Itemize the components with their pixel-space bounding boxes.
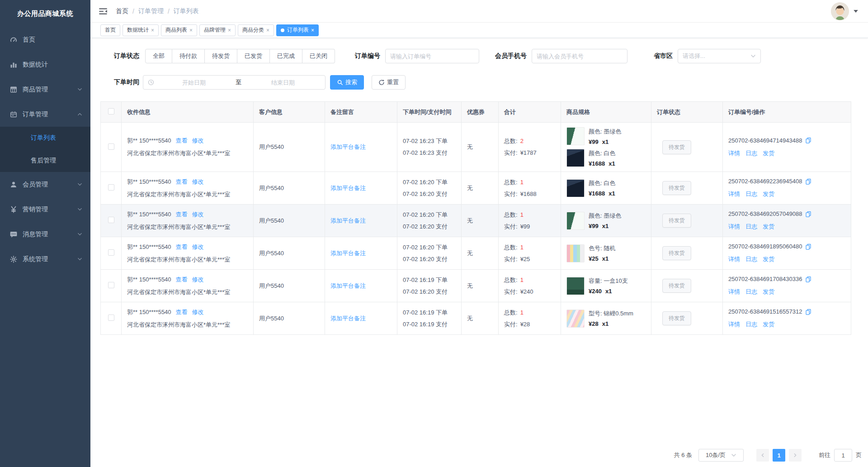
ship-link[interactable]: 发货 bbox=[763, 255, 774, 263]
copy-icon[interactable] bbox=[805, 243, 811, 250]
detail-link[interactable]: 详情 bbox=[728, 223, 740, 231]
add-remark-link[interactable]: 添加平台备注 bbox=[330, 217, 366, 224]
sidebar-item-statistics[interactable]: 数据统计 bbox=[0, 52, 90, 77]
recipient-name: 郭** 150****5540 bbox=[127, 243, 171, 251]
log-link[interactable]: 日志 bbox=[745, 255, 757, 263]
status-closed-button[interactable]: 已关闭 bbox=[302, 49, 335, 63]
detail-link[interactable]: 详情 bbox=[728, 190, 740, 198]
tab-brand-management[interactable]: 品牌管理× bbox=[199, 24, 236, 36]
detail-link[interactable]: 详情 bbox=[728, 149, 740, 157]
close-icon[interactable]: × bbox=[189, 28, 193, 33]
edit-address-link[interactable]: 修改 bbox=[192, 210, 204, 219]
edit-address-link[interactable]: 修改 bbox=[192, 137, 204, 145]
copy-icon[interactable] bbox=[805, 276, 811, 282]
row-checkbox[interactable] bbox=[108, 249, 114, 256]
breadcrumb-order-list: 订单列表 bbox=[174, 7, 199, 15]
view-address-link[interactable]: 查看 bbox=[176, 137, 188, 145]
sidebar-item-system[interactable]: 系统管理 bbox=[0, 247, 90, 272]
sidebar-item-after-sales[interactable]: 售后管理 bbox=[0, 149, 90, 172]
sidebar-item-order-list[interactable]: 订单列表 bbox=[0, 127, 90, 149]
count-label: 总数: bbox=[504, 244, 518, 251]
search-icon bbox=[337, 79, 343, 86]
order-time-range-picker[interactable]: 至 bbox=[143, 75, 326, 90]
tab-home[interactable]: 首页 bbox=[100, 24, 120, 36]
collapse-sidebar-icon[interactable] bbox=[99, 7, 108, 15]
status-pending-shipment-button[interactable]: 待发货 bbox=[205, 49, 237, 63]
sidebar-item-orders[interactable]: 订单管理 bbox=[0, 102, 90, 127]
order-no-input[interactable] bbox=[385, 49, 479, 63]
copy-icon[interactable] bbox=[805, 211, 811, 217]
close-icon[interactable]: × bbox=[228, 28, 231, 33]
close-icon[interactable]: × bbox=[311, 28, 314, 33]
view-address-link[interactable]: 查看 bbox=[176, 308, 188, 316]
ship-link[interactable]: 发货 bbox=[763, 190, 774, 198]
add-remark-link[interactable]: 添加平台备注 bbox=[330, 143, 366, 150]
next-page-button[interactable] bbox=[789, 449, 802, 462]
start-date-input[interactable] bbox=[154, 79, 234, 86]
add-remark-link[interactable]: 添加平台备注 bbox=[330, 250, 366, 257]
prev-page-button[interactable] bbox=[756, 449, 769, 462]
avatar-dropdown-caret-icon[interactable] bbox=[854, 10, 858, 13]
goto-page-input[interactable] bbox=[834, 449, 852, 462]
tab-order-list[interactable]: 订单列表× bbox=[276, 24, 319, 36]
select-all-checkbox[interactable] bbox=[108, 108, 114, 114]
tab-product-list[interactable]: 商品列表× bbox=[161, 24, 197, 36]
edit-address-link[interactable]: 修改 bbox=[192, 178, 204, 186]
close-icon[interactable]: × bbox=[151, 28, 154, 33]
sidebar-item-members[interactable]: 会员管理 bbox=[0, 172, 90, 197]
search-button[interactable]: 搜索 bbox=[330, 75, 364, 90]
row-checkbox[interactable] bbox=[108, 315, 114, 321]
row-checkbox[interactable] bbox=[108, 282, 114, 288]
sidebar-item-home[interactable]: 首页 bbox=[0, 27, 90, 52]
end-date-input[interactable] bbox=[243, 79, 323, 86]
detail-link[interactable]: 详情 bbox=[728, 288, 740, 296]
add-remark-link[interactable]: 添加平台备注 bbox=[330, 282, 366, 289]
row-checkbox[interactable] bbox=[108, 217, 114, 223]
region-select[interactable]: 请选择... bbox=[678, 49, 761, 63]
edit-address-link[interactable]: 修改 bbox=[192, 243, 204, 251]
log-link[interactable]: 日志 bbox=[745, 223, 757, 231]
detail-link[interactable]: 详情 bbox=[728, 320, 740, 329]
sidebar-item-marketing[interactable]: 营销管理 bbox=[0, 197, 90, 222]
sidebar-item-messages[interactable]: 消息管理 bbox=[0, 222, 90, 247]
paid-value: ¥240 bbox=[520, 288, 533, 295]
edit-address-link[interactable]: 修改 bbox=[192, 276, 204, 284]
detail-link[interactable]: 详情 bbox=[728, 255, 740, 263]
view-address-link[interactable]: 查看 bbox=[176, 276, 188, 284]
row-checkbox[interactable] bbox=[108, 143, 114, 150]
copy-icon[interactable] bbox=[805, 309, 811, 315]
add-remark-link[interactable]: 添加平台备注 bbox=[330, 315, 366, 322]
view-address-link[interactable]: 查看 bbox=[176, 178, 188, 186]
view-address-link[interactable]: 查看 bbox=[176, 243, 188, 251]
add-remark-link[interactable]: 添加平台备注 bbox=[330, 185, 366, 191]
edit-address-link[interactable]: 修改 bbox=[192, 308, 204, 316]
page-size-select[interactable]: 10条/页 bbox=[698, 449, 744, 462]
current-page-button[interactable]: 1 bbox=[773, 449, 785, 462]
status-pending-payment-button[interactable]: 待付款 bbox=[172, 49, 205, 63]
row-checkbox[interactable] bbox=[108, 184, 114, 191]
status-badge: 待发货 bbox=[662, 214, 691, 228]
copy-icon[interactable] bbox=[805, 178, 811, 185]
copy-icon[interactable] bbox=[805, 137, 811, 143]
status-all-button[interactable]: 全部 bbox=[145, 49, 172, 63]
breadcrumb-home[interactable]: 首页 bbox=[116, 7, 128, 15]
log-link[interactable]: 日志 bbox=[745, 288, 757, 296]
view-address-link[interactable]: 查看 bbox=[176, 210, 188, 219]
member-phone-input[interactable] bbox=[532, 49, 627, 63]
status-completed-button[interactable]: 已完成 bbox=[270, 49, 302, 63]
status-shipped-button[interactable]: 已发货 bbox=[237, 49, 270, 63]
ship-link[interactable]: 发货 bbox=[763, 223, 774, 231]
ship-link[interactable]: 发货 bbox=[763, 320, 774, 329]
reset-button[interactable]: 重置 bbox=[372, 75, 406, 90]
breadcrumb-orders[interactable]: 订单管理 bbox=[138, 7, 164, 15]
tab-product-category[interactable]: 商品分类× bbox=[238, 24, 274, 36]
close-icon[interactable]: × bbox=[266, 28, 269, 33]
tab-statistics[interactable]: 数据统计× bbox=[123, 24, 159, 36]
log-link[interactable]: 日志 bbox=[745, 190, 757, 198]
log-link[interactable]: 日志 bbox=[745, 320, 757, 329]
ship-link[interactable]: 发货 bbox=[763, 288, 774, 296]
log-link[interactable]: 日志 bbox=[745, 149, 757, 157]
ship-link[interactable]: 发货 bbox=[763, 149, 774, 157]
sidebar-item-products[interactable]: 商品管理 bbox=[0, 77, 90, 102]
user-avatar[interactable] bbox=[831, 2, 849, 20]
